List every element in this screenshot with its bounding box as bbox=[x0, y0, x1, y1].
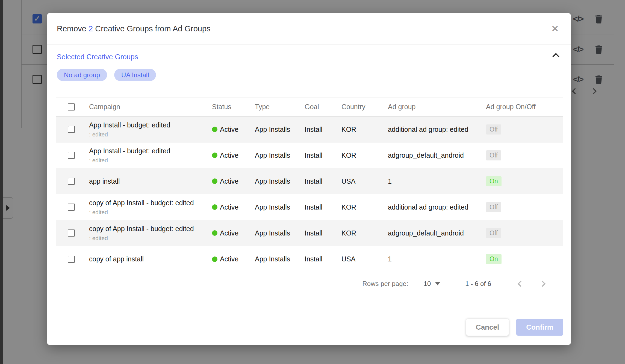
col-ad-group: Ad group bbox=[388, 103, 486, 111]
confirm-button[interactable]: Confirm bbox=[516, 319, 563, 336]
type-value: App Installs bbox=[255, 229, 305, 237]
campaign-name: App Install - budget: edited bbox=[89, 147, 209, 155]
dialog-title: Remove 2 Creative Groups from Ad Groups bbox=[57, 24, 211, 33]
collapse-section-button[interactable] bbox=[553, 53, 559, 61]
table-row: copy of app install Active App Installs … bbox=[56, 246, 563, 272]
section-heading: Selected Creative Groups bbox=[57, 53, 138, 61]
status-dot-icon bbox=[212, 204, 217, 210]
rows-per-page-select[interactable]: 10 bbox=[424, 280, 440, 288]
country-value: KOR bbox=[341, 126, 388, 133]
ad-group-value: additional ad group: edited bbox=[388, 126, 486, 133]
row-checkbox[interactable] bbox=[68, 256, 75, 263]
status-label: Active bbox=[220, 177, 238, 185]
col-status: Status bbox=[212, 103, 255, 111]
table-row: app install Active App Installs Install … bbox=[56, 168, 563, 194]
status-label: Active bbox=[220, 229, 238, 237]
table-row: App Install - budget: edited : edited Ac… bbox=[56, 117, 563, 142]
goal-value: Install bbox=[305, 177, 341, 185]
type-value: App Installs bbox=[255, 151, 305, 159]
row-checkbox[interactable] bbox=[68, 126, 75, 133]
goal-value: Install bbox=[305, 151, 341, 159]
col-goal: Goal bbox=[305, 103, 341, 111]
dialog-header: Remove 2 Creative Groups from Ad Groups … bbox=[47, 13, 571, 44]
rows-per-page-label: Rows per page: bbox=[362, 280, 408, 288]
status-dot-icon bbox=[212, 178, 217, 184]
type-value: App Installs bbox=[255, 126, 305, 133]
on-off-badge: Off bbox=[486, 202, 501, 212]
campaign-name: app install bbox=[89, 177, 209, 185]
select-all-checkbox[interactable] bbox=[68, 103, 75, 111]
campaign-name: copy of app install bbox=[89, 255, 209, 263]
campaign-subtitle: : edited bbox=[89, 157, 209, 164]
country-value: KOR bbox=[341, 229, 388, 237]
country-value: USA bbox=[341, 177, 388, 185]
campaign-name: App Install - budget: edited bbox=[89, 121, 209, 129]
col-campaign: Campaign bbox=[89, 103, 212, 111]
status-label: Active bbox=[220, 255, 238, 263]
status-dot-icon bbox=[212, 127, 217, 132]
country-value: USA bbox=[341, 255, 388, 263]
ad-group-value: 1 bbox=[388, 255, 486, 263]
row-checkbox[interactable] bbox=[68, 229, 75, 237]
status-label: Active bbox=[220, 203, 238, 211]
country-value: KOR bbox=[341, 203, 388, 211]
row-checkbox[interactable] bbox=[68, 152, 75, 159]
type-value: App Installs bbox=[255, 255, 305, 263]
selected-groups-section: Selected Creative Groups No ad group UA … bbox=[47, 44, 571, 87]
remove-creative-groups-dialog: Remove 2 Creative Groups from Ad Groups … bbox=[47, 13, 571, 345]
row-checkbox[interactable] bbox=[68, 178, 75, 185]
status-dot-icon bbox=[212, 153, 217, 158]
goal-value: Install bbox=[305, 126, 341, 133]
cancel-button[interactable]: Cancel bbox=[466, 319, 509, 336]
dropdown-arrow-icon bbox=[435, 282, 440, 285]
type-value: App Installs bbox=[255, 177, 305, 185]
previous-page-icon[interactable] bbox=[518, 281, 524, 287]
table-header-row: Campaign Status Type Goal Country Ad gro… bbox=[56, 97, 563, 117]
type-value: App Installs bbox=[255, 203, 305, 211]
status-label: Active bbox=[220, 126, 238, 133]
status-dot-icon bbox=[212, 230, 217, 236]
title-suffix: Creative Groups from Ad Groups bbox=[93, 24, 210, 33]
creative-group-chip[interactable]: No ad group bbox=[57, 69, 107, 81]
status-label: Active bbox=[220, 151, 238, 159]
campaign-name: copy of App Install - budget: edited bbox=[89, 199, 209, 207]
goal-value: Install bbox=[305, 255, 341, 263]
close-icon[interactable]: ✕ bbox=[551, 24, 559, 33]
creative-group-chip[interactable]: UA Install bbox=[114, 69, 156, 81]
goal-value: Install bbox=[305, 203, 341, 211]
on-off-badge: Off bbox=[486, 124, 501, 135]
table-row: copy of App Install - budget: edited : e… bbox=[56, 194, 563, 220]
on-off-badge: Off bbox=[486, 150, 501, 160]
ad-group-value: 1 bbox=[388, 177, 486, 185]
on-off-badge: Off bbox=[486, 228, 501, 238]
ad-group-value: additional ad group: edited bbox=[388, 203, 486, 211]
rows-per-page-value: 10 bbox=[424, 280, 431, 288]
on-off-badge: On bbox=[486, 254, 502, 264]
campaign-name: copy of App Install - budget: edited bbox=[89, 225, 209, 233]
campaign-subtitle: : edited bbox=[89, 131, 209, 138]
ad-group-value: adgroup_default_android bbox=[388, 229, 486, 237]
dialog-footer: Cancel Confirm bbox=[47, 319, 571, 345]
table-pagination: Rows per page: 10 1 - 6 of 6 bbox=[47, 272, 571, 288]
country-value: KOR bbox=[341, 151, 388, 159]
title-prefix: Remove bbox=[57, 24, 89, 33]
next-page-icon[interactable] bbox=[539, 281, 546, 287]
goal-value: Install bbox=[305, 229, 341, 237]
ad-group-value: adgroup_default_android bbox=[388, 151, 486, 159]
row-checkbox[interactable] bbox=[68, 204, 75, 211]
campaign-subtitle: : edited bbox=[89, 209, 209, 216]
status-dot-icon bbox=[212, 256, 217, 262]
title-count: 2 bbox=[89, 24, 93, 33]
chevron-up-icon bbox=[552, 53, 559, 60]
on-off-badge: On bbox=[486, 176, 502, 186]
col-country: Country bbox=[341, 103, 388, 111]
campaign-subtitle: : edited bbox=[89, 235, 209, 241]
ad-groups-table: Campaign Status Type Goal Country Ad gro… bbox=[56, 97, 563, 272]
page-range-label: 1 - 6 of 6 bbox=[465, 280, 491, 288]
col-on-off: Ad group On/Off bbox=[486, 103, 563, 111]
table-row: copy of App Install - budget: edited : e… bbox=[56, 220, 563, 246]
col-type: Type bbox=[255, 103, 305, 111]
table-row: App Install - budget: edited : edited Ac… bbox=[56, 142, 563, 168]
